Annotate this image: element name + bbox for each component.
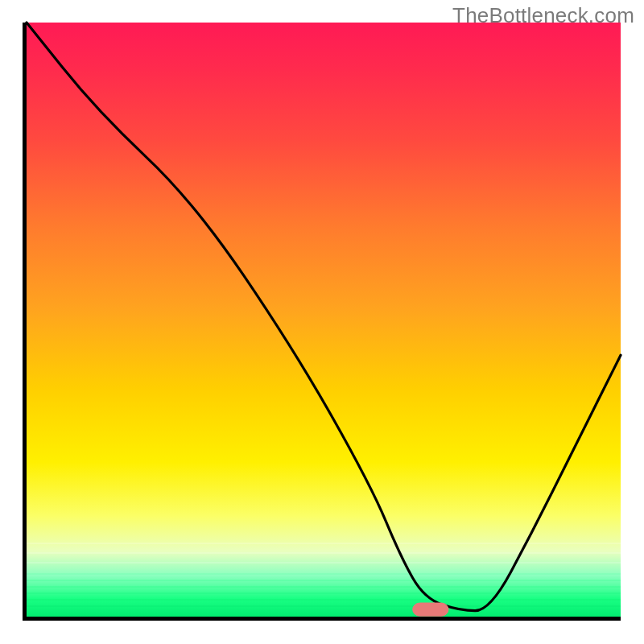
watermark-text: TheBottleneck.com — [452, 3, 634, 28]
bottleneck-curve — [27, 23, 621, 611]
chart-svg-overlay — [27, 23, 621, 617]
optimal-point-marker — [413, 603, 448, 616]
chart-plot-area — [23, 23, 621, 621]
